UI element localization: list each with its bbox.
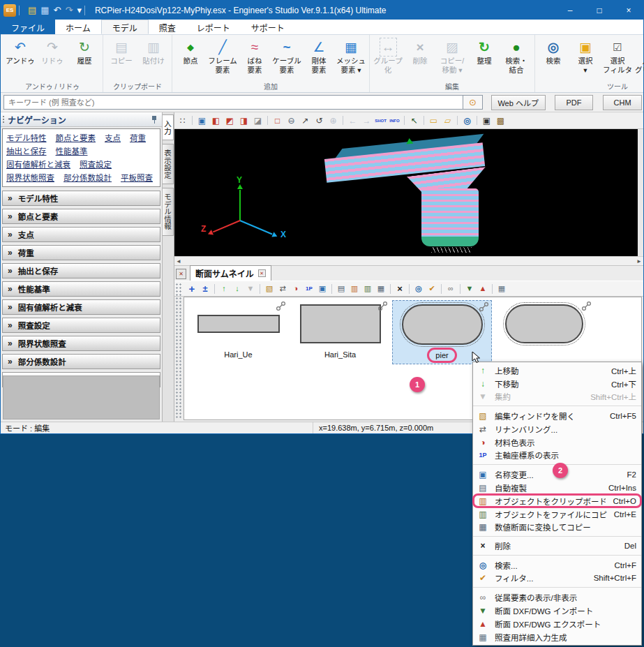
context-menu-item[interactable]: ▥ オブジェクトをクリップボードにコピー Ctrl+O — [473, 494, 641, 507]
thumbnail-tool-icon[interactable]: ◑ — [290, 283, 302, 295]
viewport-tool-icon[interactable]: ◩ — [223, 114, 237, 127]
context-menu-item[interactable]: 1P 主軸座標系の表示 — [473, 449, 641, 465]
context-menu-item[interactable]: ▲ 断面 DXF/DWG エクスポート — [473, 617, 641, 630]
viewport-tool-icon[interactable]: □ — [271, 114, 284, 127]
accordion-section[interactable]: » 照査設定 — [2, 318, 160, 333]
viewport-tool-icon[interactable]: ▱ — [441, 114, 454, 127]
viewport-tool-icon[interactable]: ↖ — [407, 114, 421, 127]
ribbon-button[interactable]: ▥ 貼付け — [137, 36, 170, 66]
panel-close-button[interactable]: ✕ — [176, 269, 186, 279]
help-search-input[interactable] — [3, 95, 463, 110]
ribbon-tab[interactable]: レポート — [186, 20, 241, 34]
viewport-tool-icon[interactable]: ← — [346, 114, 359, 127]
ribbon-button[interactable]: ↶ アンドゥ — [4, 36, 36, 66]
viewport-tool-icon[interactable]: ↺ — [313, 114, 326, 127]
thumbnail-tool-icon[interactable]: ▤ — [335, 283, 347, 295]
accordion-section[interactable]: » 荷重 — [2, 245, 160, 260]
viewport-hscrollbar[interactable]: ◄ ► — [174, 256, 643, 266]
pier-3d-model[interactable] — [324, 133, 502, 254]
thumbnail-tool-icon[interactable]: ▲ — [477, 283, 489, 295]
ribbon-button[interactable]: ↻ 整理 — [468, 36, 500, 74]
context-menu-item[interactable]: ▦ 数値断面に変換してコピー — [473, 521, 641, 537]
viewport-tool-icon[interactable]: SHOT — [374, 114, 387, 127]
ribbon-button[interactable]: ▤ コピー — [105, 36, 137, 66]
ribbon-button[interactable]: ● 検索・ 結合 — [500, 36, 532, 74]
minimize-button[interactable]: – — [555, 1, 585, 20]
side-tab[interactable]: 入力 — [163, 114, 174, 140]
context-menu-item[interactable]: ▼ 集約 Shift+Ctrl+上 — [473, 390, 641, 406]
viewport-tool-icon[interactable]: ▭ — [427, 114, 440, 127]
viewport-tool-icon[interactable]: ◪ — [251, 114, 264, 127]
accordion-section[interactable]: » モデル特性 — [2, 191, 160, 206]
nav-link[interactable]: 固有値解析と減衰 — [6, 158, 70, 170]
ribbon-button[interactable]: ☑ 選択 フィルタ — [601, 36, 634, 74]
viewport-tool-icon[interactable]: INFO — [388, 114, 401, 127]
viewport-tool-icon[interactable]: ∷ — [176, 114, 189, 127]
thumbnail-tool-icon[interactable]: ▼ — [463, 283, 476, 295]
section-thumbnail[interactable]: Hari_Ue — [188, 300, 288, 364]
thumbnail-tool-icon[interactable]: ▦ — [495, 283, 508, 295]
close-button[interactable]: × — [614, 1, 643, 20]
scroll-left-icon[interactable]: ◄ — [176, 258, 181, 265]
ribbon-button[interactable]: ≈ ばね 要素 — [239, 36, 271, 74]
thumbnail-tool-icon[interactable]: ∞ — [444, 283, 457, 295]
section-thumbnail[interactable] — [494, 300, 594, 364]
viewport-3d[interactable]: Y X Z — [174, 129, 638, 256]
ribbon-button[interactable]: Ψ 入力 グリッド — [634, 36, 644, 74]
side-tab[interactable]: 表示設定 — [163, 144, 174, 184]
viewport-tool-icon[interactable]: ⊖ — [285, 114, 298, 127]
thumbnail-tool-icon[interactable]: ↓ — [231, 283, 244, 295]
side-tab[interactable]: モデル情報 — [163, 188, 174, 236]
viewport-tool-icon[interactable]: ↗ — [299, 114, 312, 127]
thumbnail-tool-icon[interactable]: ⇄ — [276, 283, 289, 295]
search-icon[interactable]: ⊙ — [463, 95, 483, 110]
context-menu-item[interactable]: ∞ 従属要素の表示/非表示 — [473, 590, 641, 604]
section-thumbnail-tab[interactable]: 断面サムネイル ✕ — [190, 265, 271, 281]
accordion-section[interactable]: » 抽出と保存 — [2, 263, 160, 278]
chm-help-button[interactable]: CHM — [603, 95, 642, 110]
thumbnail-tool-icon[interactable]: ▼ — [244, 283, 257, 295]
thumbnail-tool-icon[interactable]: 1P — [303, 283, 315, 295]
ribbon-tab[interactable]: 照査 — [149, 20, 186, 34]
viewport-tool-icon[interactable]: → — [360, 114, 373, 127]
accordion-section[interactable]: » 性能基準 — [2, 281, 160, 297]
context-menu-item[interactable]: ▥ オブジェクトをファイルにコピー... Ctrl+E — [473, 507, 641, 521]
ribbon-tab[interactable]: ホーム — [55, 20, 101, 34]
context-menu-item[interactable]: ▤ 自動複製 Ctrl+Ins — [473, 481, 641, 494]
nav-link[interactable]: 平板照査 — [121, 172, 153, 183]
thumbnail-tool-icon[interactable]: ✔ — [426, 283, 438, 295]
nav-link[interactable]: 荷重 — [130, 132, 146, 143]
pin-icon[interactable] — [151, 116, 158, 124]
nav-link[interactable]: 性能基準 — [56, 145, 88, 156]
nav-link[interactable]: 部分係数設計 — [63, 172, 112, 183]
nav-link[interactable]: 照査設定 — [80, 158, 112, 170]
accordion-section[interactable]: » 限界状態照査 — [2, 336, 160, 351]
context-menu-item[interactable]: ▧ 編集ウィンドウを開く Ctrl+F5 — [473, 409, 641, 422]
thumbnail-tool-icon[interactable]: + — [186, 283, 198, 295]
thumbnail-tool-icon[interactable]: ◎ — [412, 283, 425, 295]
accordion-section[interactable]: » 節点と要素 — [2, 209, 160, 224]
nav-link[interactable]: モデル特性 — [6, 132, 47, 143]
ribbon-button[interactable]: ▨ コピー/ 移動 ▾ — [436, 36, 468, 74]
thumbnail-tool-icon[interactable]: × — [394, 283, 406, 295]
context-menu-item[interactable]: ↓ 下移動 Ctrl+下 — [473, 377, 641, 390]
ribbon-tab[interactable]: サポート — [241, 20, 295, 34]
viewport-tool-icon[interactable]: ⊕ — [327, 114, 340, 127]
section-thumbnail[interactable]: Hari_Sita — [290, 300, 390, 364]
ribbon-button[interactable]: ↻ 履歴 — [68, 36, 100, 66]
tab-close-icon[interactable]: ✕ — [258, 269, 266, 277]
qat-icon[interactable]: ↶ — [54, 6, 61, 15]
thumbnail-tool-icon[interactable]: ▥ — [361, 283, 374, 295]
context-menu-item[interactable]: ⇄ リナンバリング... — [473, 422, 641, 436]
maximize-button[interactable]: □ — [585, 1, 614, 20]
scroll-right-icon[interactable]: ► — [636, 258, 642, 265]
accordion-section[interactable]: » 固有値解析と減衰 — [2, 299, 160, 315]
context-menu-item[interactable]: ✔ フィルタ... Shift+Ctrl+F — [473, 572, 641, 588]
app-icon[interactable]: ES — [3, 4, 16, 17]
panel-grip[interactable] — [175, 283, 183, 419]
viewport-tool-icon[interactable]: ▣ — [195, 114, 209, 127]
qat-icon[interactable]: ▾ — [77, 6, 82, 15]
context-menu-item[interactable]: ◎ 検索... Ctrl+F — [473, 558, 641, 572]
thumbnail-tool-icon[interactable]: ± — [199, 283, 211, 295]
viewport-tool-icon[interactable]: ◨ — [237, 114, 250, 127]
